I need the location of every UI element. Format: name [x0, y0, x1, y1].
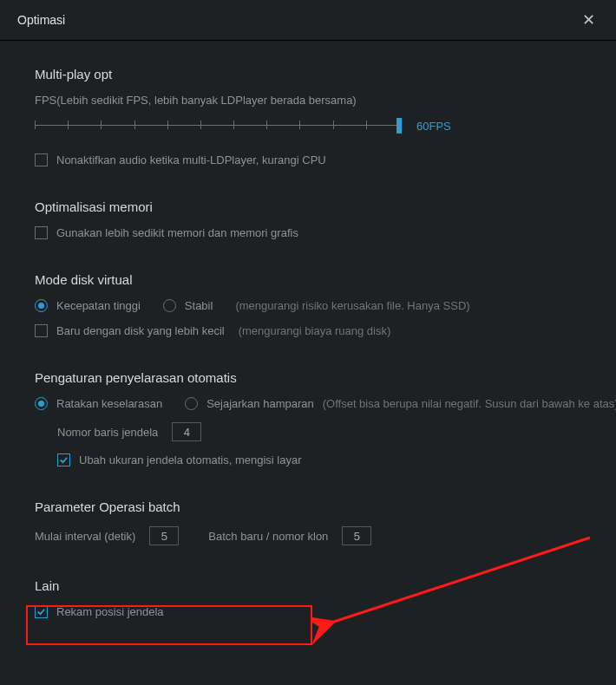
- window-title: Optimasi: [17, 13, 65, 27]
- section-alignment: Pengaturan penyelarasan otomatis Ratakan…: [35, 370, 581, 466]
- label-flatten[interactable]: Ratakan keselarasan: [56, 397, 162, 410]
- section-title-multiplay: Multi-play opt: [35, 67, 581, 82]
- label-auto-resize: Ubah ukuran jendela otomatis, mengisi la…: [79, 453, 302, 466]
- content-area: Multi-play opt FPS(Lebih sedikit FPS, le…: [0, 41, 616, 648]
- section-title-disk: Mode disk virtual: [35, 272, 581, 287]
- section-title-other: Lain: [35, 578, 581, 593]
- section-multiplay: Multi-play opt FPS(Lebih sedikit FPS, le…: [35, 67, 581, 166]
- input-start-interval[interactable]: [149, 526, 179, 545]
- checkbox-record-window[interactable]: [35, 605, 48, 618]
- label-high-speed[interactable]: Kecepatan tinggi: [56, 299, 141, 312]
- label-smaller-disk: Baru dengan disk yang lebih kecil: [56, 324, 225, 337]
- section-title-memory: Optimalisasi memori: [35, 199, 581, 214]
- radio-stable[interactable]: [163, 299, 176, 312]
- label-align-overlay[interactable]: Sejajarkan hamparan: [206, 397, 314, 410]
- checkbox-auto-resize[interactable]: [57, 453, 70, 466]
- section-other: Lain Rekam posisi jendela: [35, 578, 581, 618]
- checkbox-smaller-disk[interactable]: [35, 324, 48, 337]
- label-row-num: Nomor baris jendela: [57, 426, 158, 439]
- section-title-alignment: Pengaturan penyelarasan otomatis: [35, 370, 581, 385]
- hint-overlay: (Offset bisa berupa nilai negatif. Susun…: [323, 397, 616, 410]
- checkbox-disable-audio[interactable]: [35, 153, 48, 166]
- radio-align-overlay[interactable]: [185, 397, 198, 410]
- section-title-batch: Parameter Operasi batch: [35, 499, 581, 514]
- input-row-num[interactable]: [172, 422, 201, 441]
- fps-value-label: 60FPS: [416, 120, 451, 133]
- section-batch: Parameter Operasi batch Mulai interval (…: [35, 499, 581, 545]
- checkbox-use-less-memory[interactable]: [35, 226, 48, 239]
- section-memory: Optimalisasi memori Gunakan lebih sediki…: [35, 199, 581, 239]
- label-stable[interactable]: Stabil: [185, 299, 213, 312]
- label-new-batch: Batch baru / nomor klon: [208, 530, 328, 543]
- fps-slider[interactable]: [35, 115, 399, 136]
- label-use-less-memory: Gunakan lebih sedikit memori dan memori …: [56, 226, 298, 239]
- label-start-interval: Mulai interval (detik): [35, 530, 135, 543]
- hint-disk-cost: (mengurangi biaya ruang disk): [239, 324, 391, 337]
- label-disable-audio: Nonaktifkan audio ketika multi-LDPlayer,…: [56, 153, 326, 166]
- titlebar: Optimasi ✕: [0, 0, 616, 41]
- hint-disk-ssd: (mengurangi risiko kerusakan file. Hanya…: [235, 299, 469, 312]
- section-disk: Mode disk virtual Kecepatan tinggi Stabi…: [35, 272, 581, 337]
- close-icon[interactable]: ✕: [579, 10, 599, 29]
- input-new-batch[interactable]: [342, 526, 371, 545]
- radio-flatten[interactable]: [35, 397, 48, 410]
- fps-slider-thumb[interactable]: [396, 118, 402, 134]
- fps-sublabel: FPS(Lebih sedikit FPS, lebih banyak LDPl…: [35, 94, 581, 107]
- radio-high-speed[interactable]: [35, 299, 48, 312]
- label-record-window: Rekam posisi jendela: [56, 605, 164, 618]
